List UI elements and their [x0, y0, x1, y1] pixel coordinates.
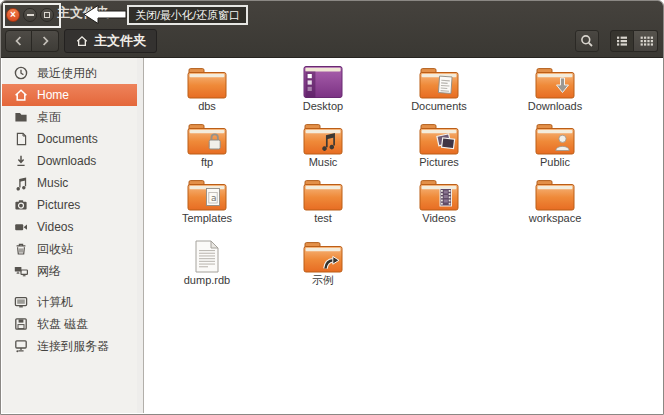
path-bar-home-button[interactable]: 主文件夹: [64, 29, 157, 53]
sidebar-item-computer[interactable]: 计算机: [2, 291, 137, 313]
file-name: Desktop: [303, 100, 343, 113]
file-item[interactable]: workspace: [497, 178, 613, 225]
file-item[interactable]: Pictures: [381, 122, 497, 169]
file-item[interactable]: Music: [265, 122, 381, 169]
svg-text:a: a: [211, 193, 217, 203]
sidebar-item-label: Documents: [37, 132, 98, 146]
sidebar-item-label: 连接到服务器: [37, 338, 109, 355]
folder-icon: [303, 178, 343, 211]
file-name: 示例: [312, 274, 334, 287]
grid-view-button[interactable]: [634, 30, 658, 52]
clock-icon: [13, 65, 29, 81]
sidebar-item-floppy[interactable]: 软盘 磁盘: [2, 313, 137, 335]
forward-button[interactable]: [32, 30, 59, 52]
path-label: 主文件夹: [94, 32, 146, 50]
video-icon: [13, 219, 29, 235]
toolbar: 主文件夹: [1, 25, 663, 58]
file-icon: [194, 240, 220, 273]
file-item[interactable]: Public: [497, 122, 613, 169]
file-item[interactable]: 示例: [265, 240, 381, 287]
file-name: ftp: [201, 156, 213, 169]
sidebar-item-network[interactable]: 网络: [2, 260, 137, 282]
sidebar-item-label: 计算机: [37, 294, 73, 311]
file-item[interactable]: Documents: [381, 66, 497, 113]
file-item[interactable]: dump.rdb: [149, 240, 265, 287]
window-header: × 主文件夹 关闭/最小化/还原窗口 主文件夹: [1, 1, 663, 58]
sidebar-item-home[interactable]: Home: [2, 84, 137, 106]
folder-down-icon: [535, 66, 575, 99]
camera-icon: [13, 197, 29, 213]
list-view-button[interactable]: [610, 30, 634, 52]
trash-icon: [13, 241, 29, 257]
sidebar-item-label: 网络: [37, 263, 61, 280]
file-name: workspace: [529, 212, 582, 225]
file-name: Templates: [182, 212, 232, 225]
file-name: Downloads: [528, 100, 582, 113]
folder-lock-icon: [187, 122, 227, 155]
folder-person-icon: [535, 122, 575, 155]
sidebar-item-server[interactable]: 连接到服务器: [2, 335, 137, 357]
sidebar-item-label: 软盘 磁盘: [37, 316, 88, 333]
document-icon: [13, 131, 29, 147]
file-grid: dbsDesktopDocumentsDownloadsftpMusicPict…: [144, 58, 662, 413]
network-icon: [13, 263, 29, 279]
folder-photos-icon: [419, 122, 459, 155]
sidebar-item-trash[interactable]: 回收站: [2, 238, 137, 260]
file-name: Public: [540, 156, 570, 169]
folder-icon: [13, 109, 29, 125]
sidebar-item-label: 回收站: [37, 241, 73, 258]
list-view-icon: [614, 33, 630, 49]
file-item[interactable]: aTemplates: [149, 178, 265, 225]
folder-icon: [535, 178, 575, 211]
sidebar-item-downloads[interactable]: Downloads: [2, 150, 137, 172]
sidebar-item-desktop[interactable]: 桌面: [2, 106, 137, 128]
sidebar-item-pictures[interactable]: Pictures: [2, 194, 137, 216]
back-button[interactable]: [5, 30, 32, 52]
file-name: test: [314, 212, 332, 225]
sidebar-item-label: Downloads: [37, 154, 96, 168]
file-item[interactable]: Desktop: [265, 65, 381, 113]
titlebar: × 主文件夹 关闭/最小化/还原窗口: [1, 1, 663, 25]
sidebar-scrollbar[interactable]: [137, 58, 144, 413]
sidebar: 最近使用的Home桌面DocumentsDownloadsMusicPictur…: [2, 58, 137, 413]
view-toggle-group: [610, 30, 658, 52]
sidebar-item-label: Home: [37, 88, 69, 102]
disk-icon: [13, 316, 29, 332]
file-name: Music: [309, 156, 338, 169]
window-content: 最近使用的Home桌面DocumentsDownloadsMusicPictur…: [2, 58, 662, 413]
file-name: dbs: [198, 100, 216, 113]
annotation-label: 关闭/最小化/还原窗口: [127, 5, 248, 25]
sidebar-item-music[interactable]: Music: [2, 172, 137, 194]
file-item[interactable]: test: [265, 178, 381, 225]
file-item[interactable]: ftp: [149, 122, 265, 169]
computer-icon: [13, 294, 29, 310]
folder-music-icon: [303, 122, 343, 155]
folder-icon: [187, 66, 227, 99]
folder-film-icon: [419, 178, 459, 211]
music-icon: [13, 175, 29, 191]
file-manager-window: × 主文件夹 关闭/最小化/还原窗口 主文件夹: [0, 0, 664, 415]
home-icon: [13, 87, 29, 103]
search-button[interactable]: [575, 30, 599, 52]
annotation-highlight-box: [3, 3, 61, 28]
folder-template-icon: a: [187, 178, 227, 211]
sidebar-item-videos[interactable]: Videos: [2, 216, 137, 238]
sidebar-item-documents[interactable]: Documents: [2, 128, 137, 150]
sidebar-item-recent[interactable]: 最近使用的: [2, 62, 137, 84]
folder-doc-icon: [419, 66, 459, 99]
sidebar-item-label: 桌面: [37, 109, 61, 126]
file-name: Pictures: [419, 156, 459, 169]
sidebar-item-label: Pictures: [37, 198, 80, 212]
download-icon: [13, 153, 29, 169]
chevron-left-icon: [11, 33, 27, 49]
chevron-right-icon: [37, 33, 53, 49]
sidebar-item-label: 最近使用的: [37, 65, 97, 82]
file-item[interactable]: Videos: [381, 178, 497, 225]
search-icon: [579, 33, 595, 49]
sidebar-item-label: Videos: [37, 220, 73, 234]
home-icon: [75, 34, 89, 48]
file-item[interactable]: dbs: [149, 66, 265, 113]
file-name: Documents: [411, 100, 467, 113]
folder-link-icon: [303, 240, 343, 273]
file-item[interactable]: Downloads: [497, 66, 613, 113]
